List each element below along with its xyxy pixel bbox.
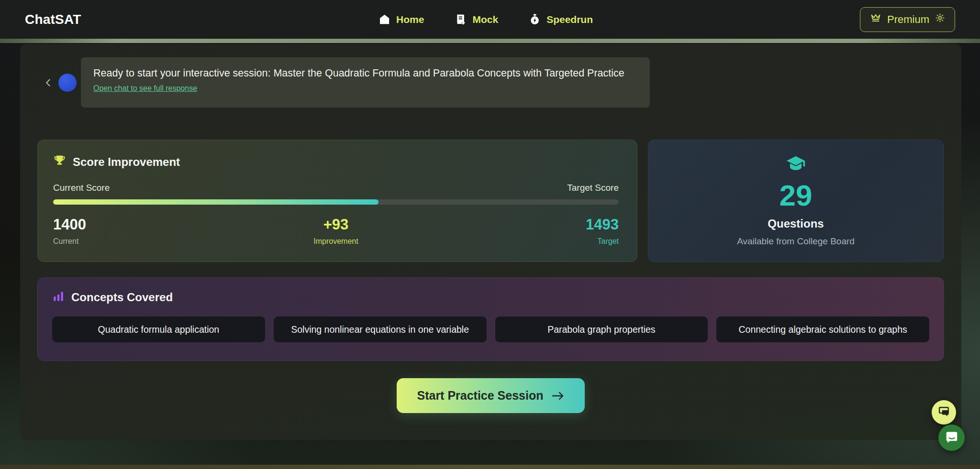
main-panel: Ready to start your interactive session:… (20, 44, 961, 440)
concepts-covered-card: Concepts Covered Quadratic formula appli… (37, 277, 944, 361)
start-practice-label: Start Practice Session (417, 389, 543, 403)
mock-icon (455, 13, 467, 25)
concept-pill: Connecting algebraic solutions to graphs (716, 316, 929, 342)
speedrun-icon (529, 13, 541, 25)
nav-speedrun-label: Speedrun (546, 14, 593, 25)
trophy-icon (53, 154, 66, 169)
questions-title: Questions (768, 217, 824, 230)
bar-chart-icon (52, 290, 65, 305)
score-progress-bar (53, 199, 619, 205)
concept-pill: Quadratic formula application (52, 316, 265, 342)
score-card-title: Score Improvement (73, 155, 180, 169)
chevron-left-icon[interactable] (42, 76, 55, 89)
nav-home[interactable]: Home (379, 13, 424, 25)
premium-label: Premium (887, 13, 929, 26)
gear-icon[interactable] (935, 13, 945, 26)
concepts-title: Concepts Covered (71, 291, 173, 304)
target-score-label: Target Score (567, 183, 619, 193)
concept-pill-list: Quadratic formula application Solving no… (52, 316, 929, 342)
avatar (58, 74, 77, 92)
chat-bubbles-icon (937, 405, 951, 420)
current-score-label: Current Score (53, 183, 110, 193)
banner-message: Ready to start your interactive session:… (93, 67, 637, 79)
start-practice-button[interactable]: Start Practice Session (397, 378, 584, 413)
crown-icon (870, 12, 881, 27)
concept-pill: Parabola graph properties (495, 316, 708, 342)
nav-mock[interactable]: Mock (455, 13, 498, 25)
notification-banner: Ready to start your interactive session:… (37, 57, 944, 108)
progress-fill (53, 199, 379, 205)
nav-home-label: Home (396, 14, 424, 25)
improvement-value: +93 (242, 216, 430, 233)
questions-card: 29 Questions Available from College Boar… (648, 140, 944, 262)
questions-subtitle: Available from College Board (737, 236, 855, 247)
stats-row: Score Improvement Current Score Target S… (37, 140, 944, 262)
header-glow-divider (0, 39, 980, 43)
current-score-sublabel: Current (53, 237, 242, 246)
app-logo: ChatSAT (25, 12, 81, 27)
concept-pill: Solving nonlinear equations in one varia… (274, 316, 487, 342)
chat-smile-icon (945, 430, 959, 446)
top-navbar: ChatSAT Home Mock (0, 0, 980, 39)
target-score-value: 1493 (430, 216, 619, 233)
main-nav: Home Mock (379, 13, 593, 25)
questions-count: 29 (780, 181, 813, 210)
score-improvement-card: Score Improvement Current Score Target S… (37, 140, 637, 262)
intercom-launcher-button[interactable] (938, 425, 965, 451)
banner-message-box: Ready to start your interactive session:… (81, 57, 650, 108)
page-bottom-strip (0, 465, 980, 469)
premium-button[interactable]: Premium (860, 7, 955, 32)
current-score-value: 1400 (53, 216, 242, 233)
arrow-right-icon (551, 391, 565, 401)
graduation-cap-icon (785, 155, 806, 176)
nav-speedrun[interactable]: Speedrun (529, 13, 593, 25)
home-icon (379, 13, 390, 25)
target-score-sublabel: Target (430, 237, 619, 246)
open-chat-link[interactable]: Open chat to see full response (93, 84, 197, 93)
chat-widget-button[interactable] (932, 400, 956, 425)
nav-mock-label: Mock (472, 14, 498, 25)
improvement-sublabel: Improvement (242, 237, 430, 246)
